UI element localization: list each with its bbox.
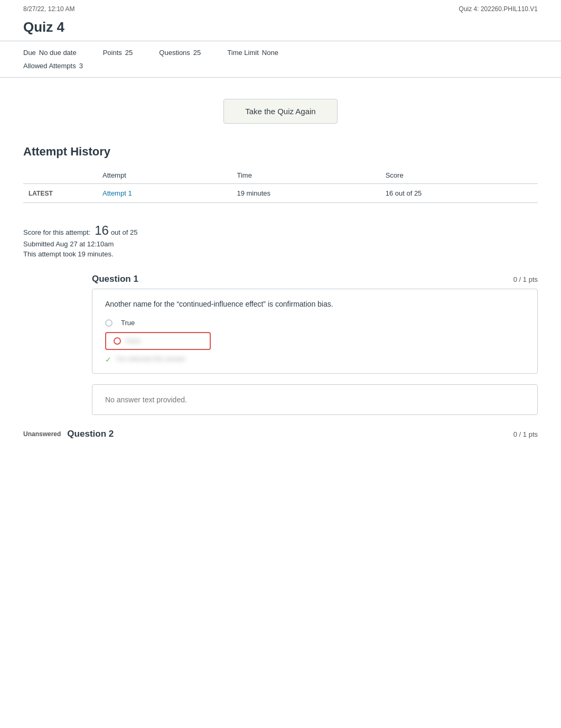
no-answer-box: No answer text provided.	[92, 384, 538, 415]
question-1-section: Question 1 0 / 1 pts Another name for th…	[0, 263, 561, 420]
allowed-attempts-row: Allowed Attempts 3	[23, 62, 538, 70]
score-line: Score for this attempt: 16 out of 25	[23, 223, 538, 238]
question-2-pts: 0 / 1 pts	[513, 430, 538, 438]
answer-true-row: True	[105, 319, 525, 327]
allowed-attempts-meta: Allowed Attempts 3	[23, 62, 83, 70]
questions-meta: Questions 25	[159, 49, 201, 57]
question-1-text: Another name for the “continued-influenc…	[105, 300, 525, 308]
question-2-title: Question 2	[67, 429, 114, 439]
points-label: Points	[103, 49, 122, 57]
col-time-header: Time	[231, 167, 380, 184]
attempt-1-link[interactable]: Attempt 1	[102, 189, 132, 197]
take-quiz-button[interactable]: Take the Quiz Again	[223, 99, 337, 124]
answer-false-row: False	[105, 332, 525, 350]
duration-line: This attempt took 19 minutes.	[23, 250, 538, 258]
quiz-meta-bar: Due No due date Points 25 Questions 25 T…	[0, 41, 561, 78]
question-1-title: Question 1	[23, 274, 138, 284]
score-summary: Score for this attempt: 16 out of 25 Sub…	[0, 214, 561, 263]
question-1-header: Question 1 0 / 1 pts	[23, 274, 538, 284]
allowed-attempts-value: 3	[79, 62, 83, 70]
checkmark-icon: ✓	[105, 355, 113, 363]
time-limit-meta: Time Limit None	[227, 49, 278, 57]
false-radio-icon	[114, 337, 121, 345]
datetime: 8/27/22, 12:10 AM	[23, 5, 74, 13]
attempt-score: 16 out of 25	[380, 184, 538, 203]
question-2-status-label: Unanswered	[23, 430, 61, 438]
due-label: Due	[23, 49, 36, 57]
questions-value: 25	[193, 49, 201, 57]
top-bar: 8/27/22, 12:10 AM Quiz 4: 202260.PHIL110…	[0, 0, 561, 16]
submitted-line: Submitted Aug 27 at 12:10am	[23, 240, 538, 248]
false-label: False	[125, 337, 141, 345]
time-limit-label: Time Limit	[227, 49, 258, 57]
no-answer-text: No answer text provided.	[105, 395, 187, 404]
attempt-time: 19 minutes	[231, 184, 380, 203]
page-title: Quiz 4	[0, 16, 561, 41]
allowed-attempts-label: Allowed Attempts	[23, 62, 76, 70]
due-value: No due date	[39, 49, 77, 57]
points-meta: Points 25	[103, 49, 133, 57]
attempt-row: LATEST Attempt 1 19 minutes 16 out of 25	[23, 184, 538, 203]
question-1-pts: 0 / 1 pts	[513, 275, 538, 283]
points-value: 25	[125, 49, 133, 57]
col-spacer	[23, 167, 97, 184]
questions-label: Questions	[159, 49, 190, 57]
quiz-id: Quiz 4: 202260.PHIL110.V1	[459, 5, 538, 13]
take-quiz-section: Take the Quiz Again	[0, 78, 561, 145]
score-number: 16	[95, 223, 109, 238]
selected-answer-box: False	[105, 332, 211, 350]
attempt-history-title: Attempt History	[23, 145, 538, 159]
attempt-history-section: Attempt History Attempt Time Score LATES…	[0, 145, 561, 203]
attempt-table: Attempt Time Score LATEST Attempt 1 19 m…	[23, 167, 538, 203]
question-2-header: Unanswered Question 2 0 / 1 pts	[0, 420, 561, 441]
due-meta: Due No due date	[23, 49, 77, 57]
correct-answer-label: You selected this answer	[116, 355, 185, 363]
correct-answer-row: ✓ You selected this answer	[105, 355, 525, 363]
true-label: True	[121, 319, 135, 327]
score-denom: out of 25	[111, 228, 138, 236]
col-attempt-header: Attempt	[97, 167, 231, 184]
true-radio-icon	[105, 319, 113, 327]
attempt-link-cell: Attempt 1	[97, 184, 231, 203]
question-1-box: Another name for the “continued-influenc…	[92, 289, 538, 374]
col-score-header: Score	[380, 167, 538, 184]
score-for-attempt-label: Score for this attempt:	[23, 228, 90, 236]
time-limit-value: None	[262, 49, 278, 57]
attempt-row-label: LATEST	[23, 184, 97, 203]
